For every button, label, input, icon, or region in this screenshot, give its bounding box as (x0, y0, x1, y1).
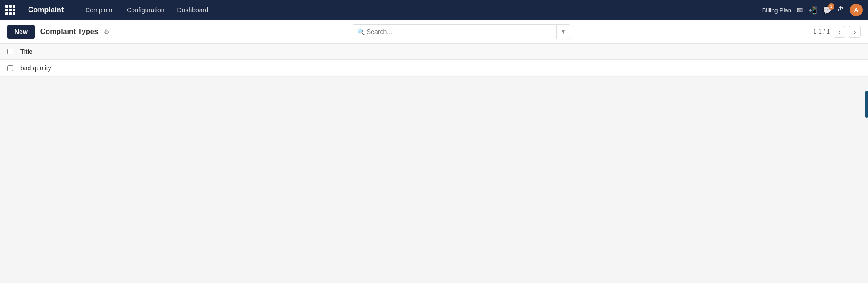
list-header: Title (0, 44, 868, 60)
whatsapp-icon[interactable]: 📲 (808, 6, 817, 15)
clock-icon[interactable]: ⏱ (837, 6, 844, 14)
row-title-value: bad quality (20, 64, 51, 72)
sub-header-center: 🔍 ▼ (110, 24, 814, 39)
navbar-left: Complaint Complaint Configuration Dashbo… (5, 4, 214, 16)
nav-configuration[interactable]: Configuration (121, 4, 170, 16)
sub-header-right: 1-1 / 1 ‹ › (813, 26, 861, 38)
new-button[interactable]: New (7, 25, 35, 39)
scrollbar[interactable] (865, 91, 868, 118)
list-container: Title bad quality (0, 44, 868, 77)
brand-name[interactable]: Complaint (28, 6, 64, 14)
billing-plan-label: Billing Plan (762, 7, 791, 14)
chat-badge: 3 (828, 3, 834, 10)
navbar-right: Billing Plan ✉ 📲 💬 3 ⏱ A (762, 4, 863, 16)
avatar[interactable]: A (850, 4, 863, 16)
nav-complaint[interactable]: Complaint (80, 4, 119, 16)
search-container: 🔍 ▼ (353, 24, 570, 39)
select-all-checkbox[interactable] (7, 49, 13, 54)
navbar: Complaint Complaint Configuration Dashbo… (0, 0, 868, 20)
search-dropdown-button[interactable]: ▼ (557, 24, 570, 39)
search-input[interactable] (353, 24, 557, 39)
content-area (0, 77, 868, 283)
pagination-info: 1-1 / 1 (813, 28, 830, 35)
navbar-menu: Complaint Configuration Dashboard (80, 4, 214, 16)
pagination-prev-button[interactable]: ‹ (834, 26, 845, 38)
gear-icon[interactable]: ⚙ (104, 28, 110, 35)
page-title: Complaint Types (40, 28, 98, 36)
sub-header: New Complaint Types ⚙ 🔍 ▼ 1-1 / 1 ‹ › (0, 20, 868, 44)
grid-menu-icon[interactable] (5, 5, 15, 15)
search-icon: 🔍 (357, 28, 365, 35)
sub-header-left: New Complaint Types ⚙ (7, 25, 110, 39)
chat-icon[interactable]: 💬 3 (823, 6, 832, 15)
pagination-next-button[interactable]: › (849, 26, 861, 38)
table-row[interactable]: bad quality (0, 60, 868, 77)
column-title-header: Title (20, 48, 33, 55)
email-icon[interactable]: ✉ (797, 6, 803, 15)
nav-dashboard[interactable]: Dashboard (172, 4, 214, 16)
row-checkbox[interactable] (7, 65, 13, 71)
